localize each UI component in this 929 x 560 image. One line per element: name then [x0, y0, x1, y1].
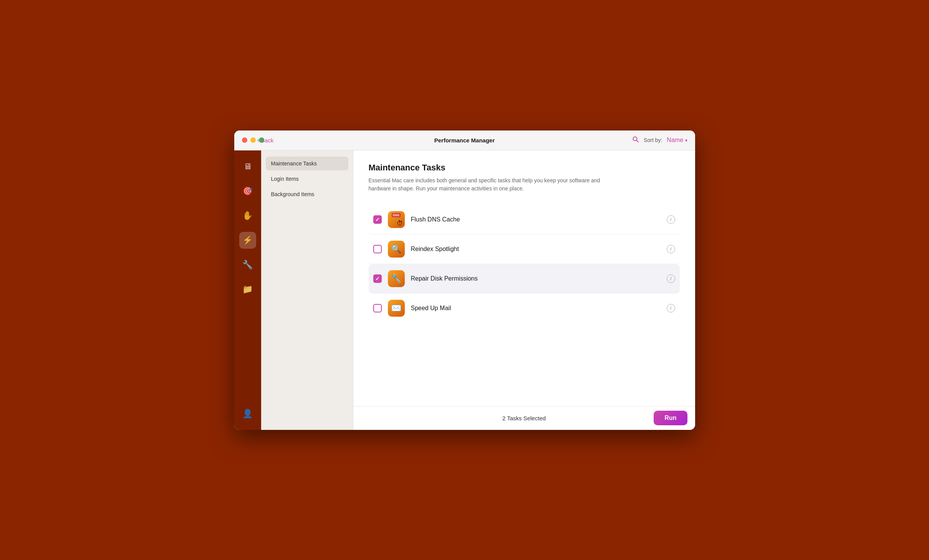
task-name-reindex-spotlight: Reindex Spotlight: [411, 246, 661, 253]
sidebar-icon-column: 🖥 🎯 ✋ ⚡ 🔧 📁 👤: [234, 150, 261, 430]
task-checkbox-reindex-spotlight[interactable]: [373, 245, 382, 253]
main-content: 🖥 🎯 ✋ ⚡ 🔧 📁 👤 Maintenance Tasks Login It…: [234, 150, 695, 430]
window-title: Performance Manager: [242, 137, 687, 144]
task-row: ✉️ Speed Up Mail i: [369, 294, 680, 323]
search-button[interactable]: [632, 136, 639, 145]
close-button[interactable]: [242, 137, 247, 143]
tools-icon[interactable]: 🔧: [239, 256, 256, 273]
task-row: 🔍 Reindex Spotlight i: [369, 235, 680, 264]
content-area: Maintenance Tasks Essential Mac care inc…: [353, 150, 695, 430]
task-checkbox-repair-disk[interactable]: [373, 274, 382, 283]
sort-value-text: Name: [667, 137, 683, 143]
run-button[interactable]: Run: [654, 411, 687, 425]
content-title: Maintenance Tasks: [369, 163, 680, 173]
task-list: DNS ⏱ Flush DNS Cache i 🔍 Reindex Spotli…: [369, 205, 680, 323]
footer-status: 2 Tasks Selected: [502, 415, 546, 421]
content-scroll: Maintenance Tasks Essential Mac care inc…: [353, 150, 695, 406]
content-description: Essential Mac care includes both general…: [369, 177, 614, 193]
tray-icon[interactable]: 🖥: [239, 158, 256, 175]
folder-icon[interactable]: 📁: [239, 281, 256, 298]
task-icon-reindex-spotlight: 🔍: [388, 241, 405, 258]
hand-icon[interactable]: ✋: [239, 207, 256, 224]
titlebar: ‹ Back Performance Manager Sort by: Name…: [234, 131, 695, 150]
task-name-repair-disk: Repair Disk Permissions: [411, 275, 661, 282]
sidebar-item-background-items[interactable]: Background Items: [266, 187, 348, 201]
sidebar-item-label: Login Items: [271, 176, 299, 182]
sidebar-item-maintenance-tasks[interactable]: Maintenance Tasks: [266, 157, 348, 170]
sort-label: Sort by:: [644, 137, 662, 143]
bolt-icon[interactable]: ⚡: [239, 232, 256, 249]
sidebar-item-label: Maintenance Tasks: [271, 160, 317, 167]
sidebar-item-label: Background Items: [271, 191, 315, 197]
footer-bar: 2 Tasks Selected Run: [353, 406, 695, 430]
task-name-speed-up-mail: Speed Up Mail: [411, 305, 661, 312]
sort-value[interactable]: Name ▾: [667, 137, 687, 144]
nav-sidebar: Maintenance Tasks Login Items Background…: [261, 150, 353, 430]
task-row: 🔧 Repair Disk Permissions i: [369, 264, 680, 294]
task-checkbox-flush-dns[interactable]: [373, 215, 382, 224]
task-info-speed-up-mail[interactable]: i: [667, 304, 675, 312]
task-icon-speed-up-mail: ✉️: [388, 300, 405, 317]
svg-line-1: [637, 140, 639, 142]
app-window: ‹ Back Performance Manager Sort by: Name…: [234, 131, 695, 430]
task-info-flush-dns[interactable]: i: [667, 215, 675, 224]
task-info-repair-disk[interactable]: i: [667, 274, 675, 283]
task-info-reindex-spotlight[interactable]: i: [667, 245, 675, 253]
task-icon-repair-disk: 🔧: [388, 270, 405, 287]
minimize-button[interactable]: [250, 137, 256, 143]
back-chevron-icon: ‹: [257, 137, 259, 144]
titlebar-actions: Sort by: Name ▾: [632, 136, 687, 145]
task-row: DNS ⏱ Flush DNS Cache i: [369, 205, 680, 235]
sidebar-item-login-items[interactable]: Login Items: [266, 172, 348, 186]
task-name-flush-dns: Flush DNS Cache: [411, 216, 661, 223]
task-icon-flush-dns: DNS ⏱: [388, 211, 405, 228]
sort-dropdown-icon: ▾: [685, 138, 687, 143]
task-checkbox-speed-up-mail[interactable]: [373, 304, 382, 312]
back-label: Back: [261, 137, 273, 144]
back-button[interactable]: ‹ Back: [257, 137, 274, 144]
user-icon[interactable]: 👤: [239, 405, 256, 422]
target-icon[interactable]: 🎯: [239, 183, 256, 200]
